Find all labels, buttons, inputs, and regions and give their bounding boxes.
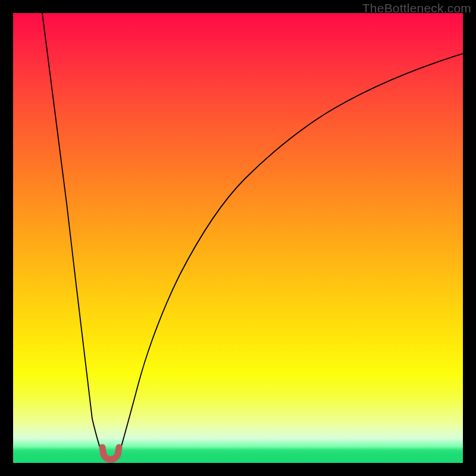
watermark-text: TheBottleneck.com <box>362 1 471 15</box>
plot-area <box>13 13 463 463</box>
bottleneck-curve <box>13 13 463 463</box>
notch-marker-icon <box>102 447 119 459</box>
chart-frame: TheBottleneck.com <box>0 0 476 476</box>
curve-left-branch <box>42 13 102 455</box>
curve-right-branch <box>119 54 463 455</box>
